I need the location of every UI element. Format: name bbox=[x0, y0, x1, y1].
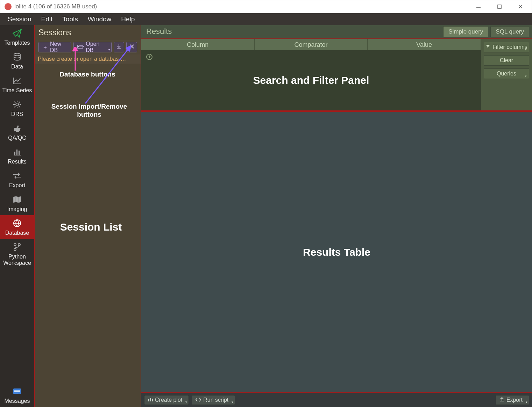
close-icon bbox=[129, 44, 134, 50]
button-label: New DB bbox=[50, 41, 68, 53]
run-script-button[interactable]: Run script ▾ bbox=[192, 395, 235, 405]
svg-point-20 bbox=[14, 248, 16, 250]
annotation-results-table: Results Table bbox=[303, 246, 370, 258]
minimize-button[interactable] bbox=[473, 1, 484, 12]
sidebar-item-python[interactable]: Python Workspace bbox=[0, 239, 34, 269]
annotation-db-buttons: Database buttons bbox=[45, 71, 129, 79]
globe-icon bbox=[12, 219, 22, 228]
create-plot-button[interactable]: Create plot ▾ bbox=[144, 395, 189, 405]
svg-rect-32 bbox=[148, 399, 149, 401]
thumbs-up-icon bbox=[12, 124, 22, 133]
import-session-button[interactable] bbox=[114, 42, 125, 52]
sidebar-item-templates[interactable]: Templates bbox=[0, 25, 34, 49]
sessions-message: Please create or open a databas…. bbox=[35, 54, 141, 64]
menu-window[interactable]: Window bbox=[83, 14, 116, 24]
tab-sql-query[interactable]: SQL query bbox=[490, 26, 529, 37]
annotation-session-list: Session List bbox=[49, 221, 133, 233]
svg-rect-34 bbox=[152, 399, 153, 401]
svg-line-11 bbox=[19, 106, 20, 107]
sidebar-item-qaqc[interactable]: QA/QC bbox=[0, 120, 34, 144]
sessions-title: Sessions bbox=[35, 25, 141, 40]
sidebar-item-label: DRS bbox=[11, 111, 23, 117]
filter-left: Column Comparator Value Search and Filte… bbox=[141, 39, 481, 110]
tab-simple-query[interactable]: Simple query bbox=[443, 26, 488, 37]
upload-icon bbox=[499, 397, 504, 403]
results-footer: Create plot ▾ Run script ▾ Export ▾ bbox=[141, 393, 532, 407]
menu-edit[interactable]: Edit bbox=[36, 14, 58, 24]
sidebar-item-label: Database bbox=[5, 230, 29, 236]
svg-point-4 bbox=[14, 53, 20, 56]
paper-plane-icon bbox=[12, 29, 22, 38]
menu-bar: Session Edit Tools Window Help bbox=[0, 13, 532, 25]
button-label: Queries bbox=[497, 71, 516, 77]
sidebar-item-label: QA/QC bbox=[8, 135, 26, 141]
window-title: iolite 4 (106 of 16326 MB used) bbox=[14, 3, 473, 10]
database-icon bbox=[12, 52, 22, 61]
sidebar-item-drs[interactable]: DRS bbox=[0, 96, 34, 120]
sidebar-item-data[interactable]: Data bbox=[0, 49, 34, 73]
filter-icon bbox=[485, 44, 490, 50]
sidebar-item-label: Imaging bbox=[7, 206, 27, 212]
sessions-panel: Sessions ＋ New DB Open DB ▾ Please creat… bbox=[35, 25, 141, 407]
filter-columns-button[interactable]: Filter columns ▾ bbox=[484, 42, 529, 52]
results-header: Results Simple query SQL query bbox=[141, 25, 532, 38]
clear-button[interactable]: Clear bbox=[484, 55, 529, 66]
queries-button[interactable]: Queries ▾ bbox=[484, 68, 529, 79]
svg-line-12 bbox=[19, 102, 20, 103]
sidebar-item-imaging[interactable]: Imaging bbox=[0, 191, 34, 215]
map-icon bbox=[12, 195, 22, 204]
remove-session-button[interactable] bbox=[126, 42, 137, 52]
sidebar-item-label: Results bbox=[8, 159, 26, 165]
svg-rect-1 bbox=[498, 5, 501, 8]
sidebar-item-time-series[interactable]: Time Series bbox=[0, 73, 34, 96]
sidebar-item-results[interactable]: Results bbox=[0, 144, 34, 168]
button-label: Run script bbox=[203, 397, 228, 403]
bar-chart-icon bbox=[148, 397, 153, 403]
branch-icon bbox=[12, 242, 22, 252]
sidebar-item-database[interactable]: Database bbox=[0, 215, 34, 239]
sidebar-item-label: Data bbox=[11, 64, 23, 70]
code-icon bbox=[196, 397, 201, 403]
app-icon bbox=[5, 3, 12, 10]
plus-icon: ＋ bbox=[42, 44, 48, 51]
annotation-search-panel: Search and Filter Panel bbox=[253, 74, 369, 86]
sidebar-item-messages[interactable]: Messages bbox=[0, 383, 34, 407]
svg-point-5 bbox=[16, 103, 19, 106]
svg-rect-33 bbox=[150, 398, 151, 401]
exchange-icon bbox=[12, 171, 22, 180]
download-icon bbox=[116, 44, 122, 51]
new-db-button[interactable]: ＋ New DB bbox=[38, 42, 71, 52]
bar-chart-icon bbox=[12, 147, 22, 157]
sidebar-item-label: Python Workspace bbox=[1, 254, 34, 266]
open-db-button[interactable]: Open DB ▾ bbox=[73, 42, 111, 52]
sidebar-item-export[interactable]: Export bbox=[0, 168, 34, 191]
sessions-toolbar: ＋ New DB Open DB ▾ bbox=[35, 40, 141, 54]
svg-rect-14 bbox=[14, 152, 15, 155]
folder-open-icon bbox=[77, 44, 84, 50]
add-filter-button[interactable] bbox=[146, 54, 152, 62]
header-comparator: Comparator bbox=[255, 39, 368, 50]
sidebar-item-label: Time Series bbox=[2, 87, 32, 94]
close-button[interactable] bbox=[515, 1, 526, 12]
menu-tools[interactable]: Tools bbox=[57, 14, 83, 24]
window-titlebar: iolite 4 (106 of 16326 MB used) bbox=[0, 0, 532, 13]
results-title: Results bbox=[141, 25, 443, 38]
menu-help[interactable]: Help bbox=[116, 14, 140, 24]
svg-line-13 bbox=[14, 106, 15, 107]
line-chart-icon bbox=[12, 76, 22, 85]
filter-panel: Column Comparator Value Search and Filte… bbox=[141, 38, 532, 111]
results-tabs: Simple query SQL query bbox=[443, 25, 532, 38]
filter-headers: Column Comparator Value bbox=[141, 39, 481, 50]
menu-session[interactable]: Session bbox=[3, 14, 36, 24]
results-table: Results Table bbox=[141, 111, 532, 393]
button-label: Clear bbox=[500, 57, 513, 64]
button-label: Export bbox=[506, 397, 523, 403]
header-value: Value bbox=[368, 39, 481, 50]
svg-rect-16 bbox=[19, 151, 20, 155]
header-column: Column bbox=[141, 39, 255, 50]
export-button[interactable]: Export ▾ bbox=[496, 395, 529, 405]
annotation-session-buttons: Session Import/Removebuttons bbox=[42, 103, 136, 119]
maximize-button[interactable] bbox=[494, 1, 505, 12]
window-controls bbox=[473, 1, 526, 12]
button-label: Create plot bbox=[155, 397, 182, 403]
